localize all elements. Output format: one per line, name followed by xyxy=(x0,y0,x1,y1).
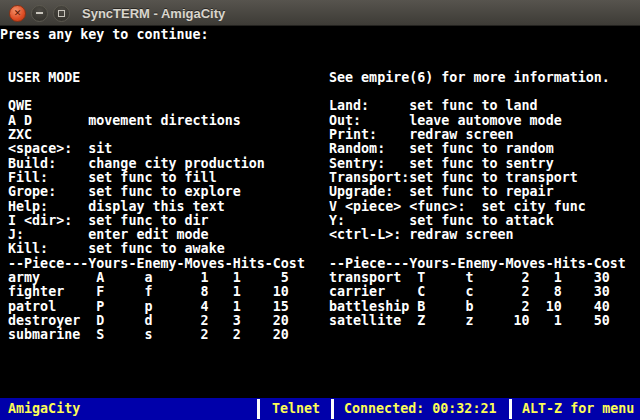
window-titlebar: ✕ SyncTERM - AmigaCity xyxy=(0,0,640,26)
status-separator xyxy=(257,399,260,419)
maximize-button[interactable] xyxy=(53,5,70,22)
close-button[interactable]: ✕ xyxy=(9,5,26,22)
window-title: SyncTERM - AmigaCity xyxy=(82,6,225,21)
status-connected-timer: Connected: 00:32:21 xyxy=(344,398,496,420)
status-bar: AmigaCity Telnet Connected: 00:32:21 ALT… xyxy=(0,398,640,420)
status-separator xyxy=(509,399,512,419)
status-protocol: Telnet xyxy=(272,398,320,420)
terminal-area: Press any key to continue: USER MODE See… xyxy=(0,26,640,398)
minimize-icon xyxy=(36,12,43,14)
close-icon: ✕ xyxy=(14,9,22,18)
status-separator xyxy=(331,399,334,419)
status-bbs-name: AmigaCity xyxy=(8,398,80,420)
minimize-button[interactable] xyxy=(31,5,48,22)
maximize-icon xyxy=(58,10,65,17)
syncterm-window: ✕ SyncTERM - AmigaCity Press any key to … xyxy=(0,0,640,420)
terminal-screen[interactable]: Press any key to continue: USER MODE See… xyxy=(0,26,640,343)
status-menu-hint: ALT-Z for menu xyxy=(522,398,634,420)
